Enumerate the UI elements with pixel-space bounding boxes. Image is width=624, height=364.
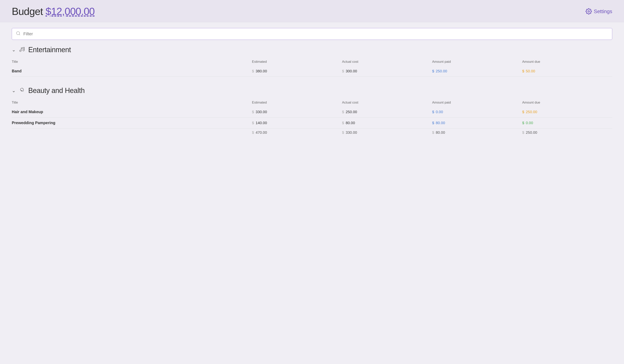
title-prefix: Budget	[12, 6, 43, 17]
item-amount-paid: $ 0.00	[432, 106, 522, 117]
svg-point-0	[588, 11, 590, 12]
item-estimated: $ 330.00	[252, 106, 342, 117]
budget-table-entertainment: TitleEstimatedActual costAmount paidAmou…	[12, 58, 612, 77]
header: Budget $12,000.00 Settings	[0, 0, 624, 22]
item-title: Hair and Makeup	[12, 106, 252, 117]
item-amount-paid: $ 250.00	[432, 66, 522, 77]
chevron-down-icon: ⌄	[12, 47, 16, 52]
col-header-1: Estimated	[252, 99, 342, 106]
gear-icon	[586, 8, 592, 15]
budget-amount[interactable]: $12,000.00	[46, 6, 95, 17]
svg-point-3	[20, 50, 21, 52]
item-amount-due: $ 50.00	[522, 66, 612, 77]
category-title-entertainment: Entertainment	[28, 46, 71, 54]
table-row: Hair and Makeup $ 330.00 $ 250.00	[12, 106, 612, 117]
col-header-4: Amount due	[522, 58, 612, 66]
col-header-0: Title	[12, 99, 252, 106]
item-actual-cost: $ 300.00	[342, 66, 432, 77]
filter-input-wrapper	[12, 28, 612, 40]
category-header-entertainment[interactable]: ⌄ Entertainment	[12, 46, 612, 54]
svg-point-4	[23, 50, 24, 51]
page-title: Budget $12,000.00	[12, 6, 95, 17]
budget-title-area: Budget $12,000.00	[12, 5, 95, 17]
svg-point-1	[17, 32, 20, 35]
item-actual-cost: $ 250.00	[342, 106, 432, 117]
svg-line-2	[19, 34, 20, 35]
chevron-down-icon: ⌄	[12, 88, 16, 93]
category-title-beauty-and-health: Beauty and Health	[28, 86, 85, 95]
item-estimated: $ 380.00	[252, 66, 342, 77]
col-header-0: Title	[12, 58, 252, 66]
col-header-2: Actual cost	[342, 99, 432, 106]
category-section-entertainment: ⌄ Entertainment TitleEstimatedActual cos…	[12, 46, 612, 77]
item-estimated: $ 140.00	[252, 117, 342, 129]
category-icon-entertainment	[19, 46, 25, 54]
table-header-row: TitleEstimatedActual costAmount paidAmou…	[12, 99, 612, 106]
search-icon	[16, 31, 21, 37]
budget-table-beauty-and-health: TitleEstimatedActual costAmount paidAmou…	[12, 99, 612, 138]
col-header-3: Amount paid	[432, 58, 522, 66]
item-amount-due: $ 250.00	[522, 106, 612, 117]
settings-label: Settings	[594, 8, 612, 15]
filter-container	[12, 28, 612, 40]
totals-actual: $ 330.00	[342, 129, 432, 138]
category-section-beauty-and-health: ⌄ Beauty and Health TitleEstimatedActual…	[12, 86, 612, 138]
col-header-3: Amount paid	[432, 99, 522, 106]
item-title: Band	[12, 66, 252, 77]
category-header-beauty-and-health[interactable]: ⌄ Beauty and Health	[12, 86, 612, 95]
table-row: Prewedding Pampering $ 140.00 $ 80.00	[12, 117, 612, 129]
totals-row: $ 470.00 $ 330.00 $	[12, 129, 612, 138]
totals-label	[12, 129, 252, 138]
filter-input[interactable]	[23, 31, 608, 36]
category-icon-beauty-and-health	[19, 87, 25, 95]
col-header-2: Actual cost	[342, 58, 432, 66]
categories-container: ⌄ Entertainment TitleEstimatedActual cos…	[12, 46, 612, 138]
col-header-1: Estimated	[252, 58, 342, 66]
item-amount-paid: $ 80.00	[432, 117, 522, 129]
item-title: Prewedding Pampering	[12, 117, 252, 129]
totals-due: $ 250.00	[522, 129, 612, 138]
item-actual-cost: $ 80.00	[342, 117, 432, 129]
item-amount-due: $ 0.00	[522, 117, 612, 129]
totals-paid: $ 80.00	[432, 129, 522, 138]
svg-point-5	[22, 90, 22, 91]
col-header-4: Amount due	[522, 99, 612, 106]
main-content: ⌄ Entertainment TitleEstimatedActual cos…	[0, 22, 624, 154]
table-header-row: TitleEstimatedActual costAmount paidAmou…	[12, 58, 612, 66]
totals-estimated: $ 470.00	[252, 129, 342, 138]
table-row: Band $ 380.00 $ 300.00	[12, 66, 612, 77]
settings-button[interactable]: Settings	[586, 8, 612, 15]
